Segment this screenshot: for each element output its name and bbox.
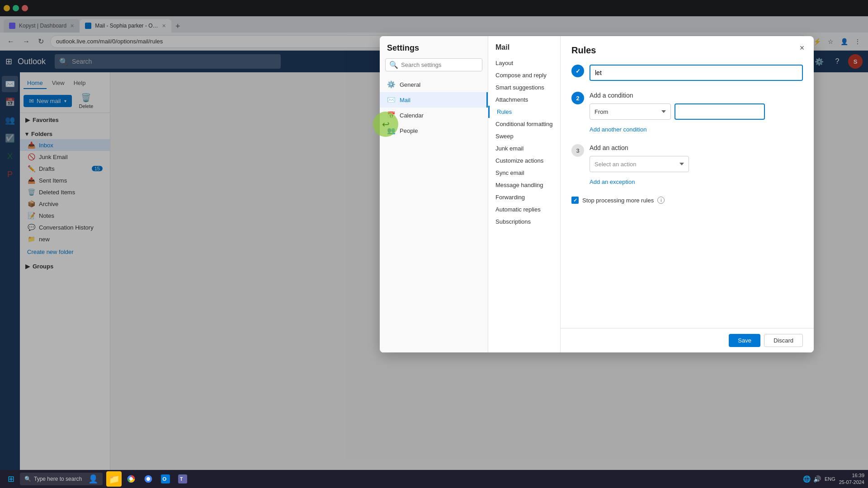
taskbar-explorer-icon[interactable]: 📁 bbox=[106, 471, 122, 487]
taskbar-date-display: 25-07-2024 bbox=[839, 479, 864, 486]
condition-value-input[interactable] bbox=[675, 103, 765, 120]
taskbar-right: 🌐 🔊 ENG 16:39 25-07-2024 bbox=[803, 472, 864, 486]
step1-content bbox=[590, 65, 803, 81]
system-tray-icons: 🌐 🔊 bbox=[803, 475, 821, 483]
stop-processing-checkbox[interactable] bbox=[571, 197, 579, 204]
settings-nav-general-label: General bbox=[400, 81, 420, 88]
calendar-icon: 📅 bbox=[387, 111, 395, 119]
settings-panel: × Settings 🔍 ⚙️ General ✉️ Mail 📅 Calend… bbox=[380, 36, 814, 352]
settings-nav-people[interactable]: 👥 People bbox=[380, 123, 488, 138]
people-icon: 👥 bbox=[387, 127, 395, 135]
rule-step-3: 3 Add an action Select an action Add an … bbox=[571, 144, 803, 186]
taskbar-clock: 16:39 25-07-2024 bbox=[839, 472, 864, 486]
taskbar-pinned-apps: 📁 O T bbox=[106, 471, 190, 487]
action-select[interactable]: Select an action bbox=[590, 156, 689, 172]
rules-content: Rules ✓ 2 Add a condition From To Subjec… bbox=[561, 36, 814, 352]
start-button[interactable]: ⊞ bbox=[4, 472, 18, 486]
settings-close-button[interactable]: × bbox=[796, 42, 808, 54]
sub-nav-message-handling[interactable]: Message handling bbox=[488, 179, 560, 191]
settings-left-panel: Settings 🔍 ⚙️ General ✉️ Mail 📅 Calendar… bbox=[380, 36, 488, 352]
sub-nav-forwarding[interactable]: Forwarding bbox=[488, 191, 560, 203]
stop-processing-info-icon[interactable]: i bbox=[657, 197, 665, 204]
taskbar-teams-icon[interactable]: T bbox=[175, 471, 190, 487]
taskbar-search-icon: 🔍 bbox=[24, 476, 31, 482]
settings-nav: ⚙️ General ✉️ Mail 📅 Calendar 👥 People bbox=[380, 77, 488, 345]
settings-nav-people-label: People bbox=[400, 127, 418, 134]
windows-logo-icon: ⊞ bbox=[8, 474, 14, 484]
step2-label: Add a condition bbox=[590, 92, 803, 99]
sub-nav-sync[interactable]: Sync email bbox=[488, 167, 560, 179]
add-exception-link[interactable]: Add an exception bbox=[590, 178, 635, 185]
settings-sub-navigation: Mail Layout Compose and reply Smart sugg… bbox=[488, 36, 561, 352]
volume-icon[interactable]: 🔊 bbox=[813, 475, 821, 483]
step3-label: Add an action bbox=[590, 144, 803, 151]
settings-nav-general[interactable]: ⚙️ General bbox=[380, 77, 488, 92]
settings-footer: Save Discard bbox=[561, 328, 814, 352]
taskbar-chrome2-icon[interactable] bbox=[141, 471, 156, 487]
taskbar-user-avatar: 👤 bbox=[88, 474, 98, 484]
step3-circle: 3 bbox=[571, 144, 584, 157]
taskbar-search[interactable]: 🔍 Type here to search 👤 bbox=[20, 473, 103, 485]
taskbar-outlook-icon[interactable]: O bbox=[158, 471, 173, 487]
condition-from-select[interactable]: From To Subject Body Has attachment bbox=[590, 103, 671, 120]
step2-circle: 2 bbox=[571, 92, 584, 104]
settings-search-input[interactable] bbox=[401, 61, 478, 68]
sub-nav-rules[interactable]: Rules bbox=[488, 106, 560, 118]
settings-nav-calendar[interactable]: 📅 Calendar bbox=[380, 108, 488, 123]
settings-nav-mail-label: Mail bbox=[400, 97, 410, 103]
rule-step-2: 2 Add a condition From To Subject Body H… bbox=[571, 92, 803, 133]
settings-nav-calendar-label: Calendar bbox=[400, 112, 424, 119]
svg-point-3 bbox=[146, 477, 150, 481]
language-label: ENG bbox=[825, 476, 835, 482]
step3-content: Add an action Select an action Add an ex… bbox=[590, 144, 803, 186]
discard-button[interactable]: Discard bbox=[764, 334, 803, 347]
sub-nav-attachments[interactable]: Attachments bbox=[488, 94, 560, 106]
add-condition-link[interactable]: Add another condition bbox=[590, 126, 646, 133]
sub-nav-sweep[interactable]: Sweep bbox=[488, 130, 560, 142]
network-icon[interactable]: 🌐 bbox=[803, 475, 811, 483]
settings-sub-title: Mail bbox=[488, 43, 560, 57]
sub-nav-automatic[interactable]: Automatic replies bbox=[488, 203, 560, 216]
rule-step-1: ✓ bbox=[571, 65, 803, 81]
settings-search-icon: 🔍 bbox=[389, 61, 398, 69]
sub-nav-junk[interactable]: Junk email bbox=[488, 142, 560, 155]
taskbar-search-placeholder: Type here to search bbox=[34, 476, 82, 482]
settings-search-area[interactable]: 🔍 bbox=[385, 58, 482, 71]
settings-title: Settings bbox=[380, 43, 488, 58]
stop-processing-area: Stop processing more rules i bbox=[571, 197, 803, 204]
general-icon: ⚙️ bbox=[387, 80, 395, 89]
sub-nav-compose[interactable]: Compose and reply bbox=[488, 69, 560, 81]
step2-content: Add a condition From To Subject Body Has… bbox=[590, 92, 803, 133]
settings-nav-mail[interactable]: ✉️ Mail bbox=[380, 92, 488, 108]
rules-title: Rules bbox=[571, 45, 803, 56]
condition-row: From To Subject Body Has attachment bbox=[590, 103, 803, 120]
svg-text:T: T bbox=[180, 477, 183, 482]
sub-nav-smart[interactable]: Smart suggestions bbox=[488, 81, 560, 94]
taskbar-chrome-icon[interactable] bbox=[123, 471, 139, 487]
svg-text:O: O bbox=[162, 476, 166, 482]
save-button[interactable]: Save bbox=[729, 334, 760, 347]
step1-circle: ✓ bbox=[571, 65, 584, 77]
taskbar-time-display: 16:39 bbox=[839, 472, 864, 479]
sub-nav-customize[interactable]: Customize actions bbox=[488, 155, 560, 167]
mail-icon: ✉️ bbox=[387, 96, 395, 104]
rule-name-input[interactable] bbox=[590, 65, 803, 81]
sub-nav-subscriptions[interactable]: Subscriptions bbox=[488, 216, 560, 228]
stop-processing-label: Stop processing more rules bbox=[582, 197, 654, 204]
sub-nav-conditional[interactable]: Conditional formatting bbox=[488, 118, 560, 130]
sub-nav-layout[interactable]: Layout bbox=[488, 57, 560, 69]
taskbar: ⊞ 🔍 Type here to search 👤 📁 O T 🌐 🔊 ENG … bbox=[0, 470, 868, 488]
action-row: Select an action bbox=[590, 156, 803, 172]
